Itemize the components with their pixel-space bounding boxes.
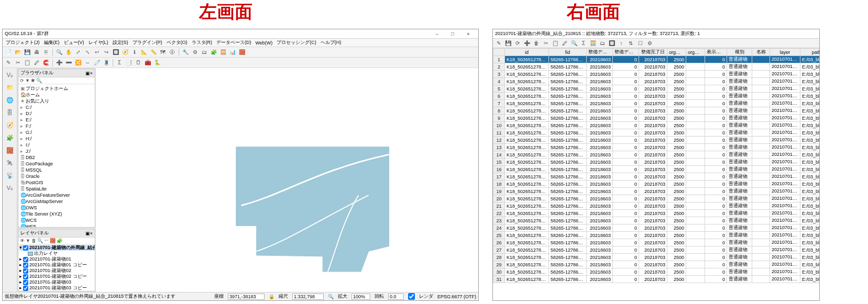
tree-expand-icon[interactable]: 🗄 bbox=[20, 167, 26, 173]
toolbar-button[interactable]: 🧷 bbox=[93, 59, 101, 67]
layer-item[interactable]: ▸20210701-建築物02 コピー bbox=[19, 274, 94, 279]
table-row[interactable]: 6K18_5026512788_658265-12786-g…202186030… bbox=[493, 93, 820, 100]
table-cell[interactable]: 20218603 bbox=[587, 217, 613, 224]
table-cell[interactable]: K18_5026512788… bbox=[505, 239, 549, 246]
browser-tool-button[interactable]: 🔍 bbox=[36, 78, 42, 83]
table-cell[interactable]: K18_5026512788… bbox=[505, 181, 549, 188]
table-cell[interactable]: 20210701-建築… bbox=[770, 261, 800, 268]
table-row[interactable]: 28K18_5026512788…58265-12786-g…202186030… bbox=[493, 254, 820, 261]
table-cell[interactable] bbox=[752, 122, 770, 129]
table-cell[interactable]: 20210701-建築… bbox=[770, 276, 800, 283]
table-cell[interactable] bbox=[686, 254, 705, 261]
row-number-cell[interactable]: 6 bbox=[493, 93, 505, 100]
table-cell[interactable]: 20210701-建築… bbox=[770, 246, 800, 254]
table-cell[interactable] bbox=[686, 276, 705, 283]
table-row[interactable]: 9K18_5026512788_958265-12786-g…202186030… bbox=[493, 115, 820, 122]
table-cell[interactable] bbox=[752, 93, 770, 100]
toolbar-button[interactable]: 🧲 bbox=[42, 59, 50, 67]
tree-expand-icon[interactable]: ★ bbox=[20, 98, 26, 104]
table-cell[interactable]: 0 bbox=[705, 151, 727, 159]
table-row[interactable]: 29K18_5026512788…58265-12786-g…202186030… bbox=[493, 261, 820, 268]
table-cell[interactable]: 0 bbox=[705, 63, 727, 71]
table-cell[interactable]: 2500 bbox=[667, 188, 686, 195]
table-cell[interactable]: 20218603 bbox=[587, 181, 613, 188]
toolbar-button[interactable]: 🖶 bbox=[32, 48, 41, 57]
table-cell[interactable]: 普通建物 bbox=[727, 100, 752, 107]
table-cell[interactable]: 0 bbox=[705, 56, 727, 63]
table-cell[interactable] bbox=[686, 173, 705, 181]
table-cell[interactable] bbox=[686, 151, 705, 159]
table-cell[interactable]: K18_5026512788_3 bbox=[505, 71, 549, 78]
table-cell[interactable]: 20218703 bbox=[639, 63, 667, 71]
table-cell[interactable] bbox=[686, 78, 705, 85]
toolbar-button[interactable]: 🧭 bbox=[121, 48, 129, 57]
menu-item[interactable]: プロジェクト(J) bbox=[5, 39, 41, 46]
table-cell[interactable]: 0 bbox=[705, 71, 727, 78]
row-number-cell[interactable]: 19 bbox=[493, 188, 505, 195]
table-cell[interactable]: 58265-12786-g… bbox=[549, 268, 587, 276]
table-cell[interactable]: 0 bbox=[705, 261, 727, 268]
table-row[interactable]: 25K18_5026512788…58265-12786-g…202186030… bbox=[493, 232, 820, 239]
toolbar-button[interactable]: 📂 bbox=[14, 48, 22, 57]
tree-expand-icon[interactable]: ▸ bbox=[20, 136, 26, 142]
table-cell[interactable] bbox=[752, 107, 770, 115]
attr-toolbar-button[interactable]: 🖉 bbox=[561, 39, 569, 48]
table-cell[interactable] bbox=[752, 129, 770, 137]
browser-tree-item[interactable]: 🗄Oracle bbox=[20, 173, 94, 179]
table-cell[interactable]: 20218703 bbox=[639, 246, 667, 254]
table-cell[interactable]: 2500 bbox=[667, 93, 686, 100]
table-cell[interactable] bbox=[752, 166, 770, 173]
table-cell[interactable]: 20210701-建築… bbox=[770, 181, 800, 188]
toolbar-button[interactable]: ⚙ bbox=[191, 48, 199, 57]
table-cell[interactable]: 58265-12786-g… bbox=[549, 210, 587, 217]
attr-toolbar-button[interactable]: ➕ bbox=[523, 39, 531, 48]
row-number-cell[interactable]: 17 bbox=[493, 173, 505, 181]
toolbar-button[interactable]: 🐍 bbox=[153, 59, 161, 67]
row-number-cell[interactable]: 24 bbox=[493, 224, 505, 232]
table-cell[interactable]: 20210701-建築… bbox=[770, 100, 800, 107]
table-cell[interactable]: 20218603 bbox=[587, 56, 613, 63]
table-cell[interactable]: 58265-12786-g… bbox=[549, 115, 587, 122]
layers-tool-button[interactable]: 🧱 bbox=[50, 238, 56, 243]
table-cell[interactable]: 普通建物 bbox=[727, 93, 752, 100]
table-cell[interactable]: E:/03_blog/23_… bbox=[800, 93, 820, 100]
row-number-cell[interactable]: 12 bbox=[493, 137, 505, 144]
table-cell[interactable]: 20218603 bbox=[587, 71, 613, 78]
table-cell[interactable]: 20210701-建築… bbox=[770, 217, 800, 224]
table-cell[interactable]: 20218603 bbox=[587, 85, 613, 93]
tree-expand-icon[interactable]: 🗄 bbox=[20, 186, 26, 192]
browser-tree-item[interactable]: 🗄GeoPackage bbox=[20, 161, 94, 167]
browser-tool-button[interactable]: ✱ bbox=[31, 78, 35, 83]
table-cell[interactable]: 0 bbox=[705, 159, 727, 166]
attr-grid-wrap[interactable]: idfid整備データ整備データA整備完了日orgGILvlorgMDId表示区分… bbox=[493, 48, 819, 300]
table-cell[interactable]: E:/03_blog/23_… bbox=[800, 166, 820, 173]
table-cell[interactable]: 2500 bbox=[667, 268, 686, 276]
table-cell[interactable]: 20218703 bbox=[639, 254, 667, 261]
table-cell[interactable]: 20218603 bbox=[587, 166, 613, 173]
table-cell[interactable]: E:/03_blog/23_… bbox=[800, 63, 820, 71]
table-cell[interactable]: 58265-12786-g… bbox=[549, 63, 587, 71]
table-cell[interactable]: E:/03_blog/23_… bbox=[800, 159, 820, 166]
toolbar-button[interactable]: 📐 bbox=[140, 48, 148, 57]
row-number-cell[interactable]: 31 bbox=[493, 276, 505, 283]
table-cell[interactable]: 20218703 bbox=[639, 268, 667, 276]
table-cell[interactable]: E:/03_blog/23_… bbox=[800, 71, 820, 78]
table-cell[interactable]: 普通建物 bbox=[727, 202, 752, 210]
table-row[interactable]: 5K18_5026512788_558265-12786-g…202186030… bbox=[493, 85, 820, 93]
row-number-cell[interactable]: 26 bbox=[493, 239, 505, 246]
tree-expand-icon[interactable]: 🗄 bbox=[20, 161, 26, 167]
tree-expand-icon[interactable]: ▸ bbox=[20, 129, 26, 136]
table-cell[interactable]: 0 bbox=[613, 85, 639, 93]
table-cell[interactable]: 20210701-建築… bbox=[770, 85, 800, 93]
tree-expand-icon[interactable]: 🏠 bbox=[20, 92, 26, 98]
table-cell[interactable]: 58265-12786-g… bbox=[549, 181, 587, 188]
table-cell[interactable]: 2500 bbox=[667, 151, 686, 159]
table-cell[interactable] bbox=[752, 115, 770, 122]
menu-item[interactable]: ベクタ(O) bbox=[166, 39, 189, 46]
table-cell[interactable]: 20210701-建築… bbox=[770, 151, 800, 159]
layer-visibility-checkbox[interactable] bbox=[23, 257, 28, 262]
toolbar-button[interactable]: 🗂 bbox=[200, 48, 208, 57]
table-cell[interactable]: 58265-12786-g… bbox=[549, 195, 587, 202]
table-cell[interactable]: 20218703 bbox=[639, 261, 667, 268]
table-cell[interactable]: 0 bbox=[613, 129, 639, 137]
